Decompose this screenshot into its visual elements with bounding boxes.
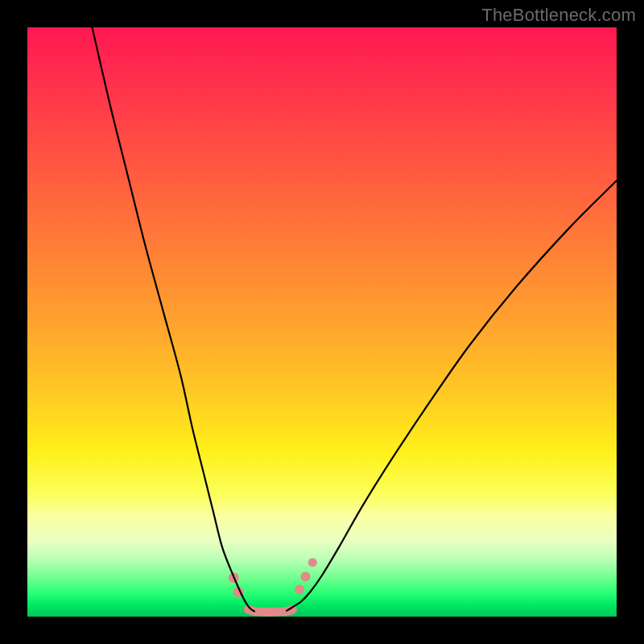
marker-right-dot-upper bbox=[308, 558, 317, 567]
chart-overlay bbox=[27, 27, 617, 617]
marker-right-dot-lower bbox=[295, 584, 304, 594]
series-right-curve bbox=[287, 180, 617, 610]
series-left-curve bbox=[93, 27, 254, 611]
marker-right-dot-mid bbox=[301, 572, 311, 581]
chart-frame: TheBottleneck.com bbox=[0, 0, 644, 644]
plot-area bbox=[27, 27, 617, 617]
watermark: TheBottleneck.com bbox=[481, 5, 636, 26]
